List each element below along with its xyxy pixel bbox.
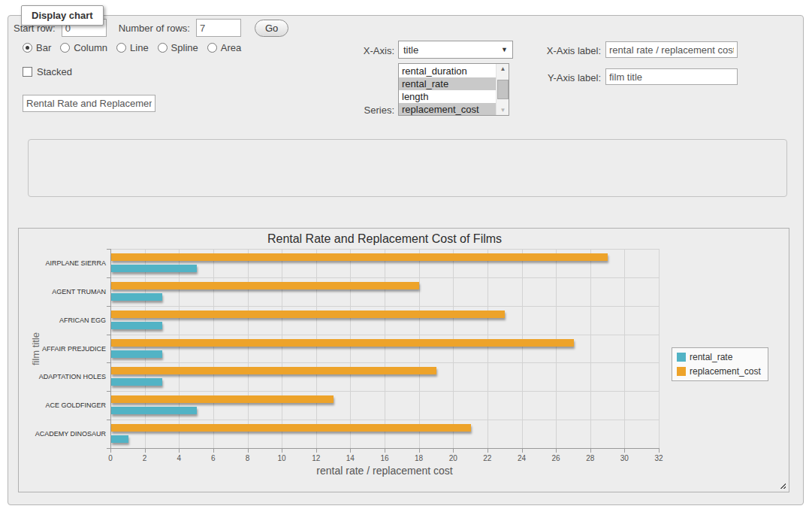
bar-replacement_cost[interactable] bbox=[111, 253, 608, 261]
x-tick-label: 14 bbox=[346, 454, 355, 462]
category-label: ACADEMY DINOSAUR bbox=[22, 430, 106, 438]
gridline-horizontal bbox=[110, 335, 659, 335]
bar-rental_rate[interactable] bbox=[111, 378, 162, 386]
gridline-vertical bbox=[590, 249, 591, 448]
x-axis-tick bbox=[179, 449, 180, 453]
x-axis-tick bbox=[624, 449, 625, 453]
chart-title-input[interactable] bbox=[23, 95, 155, 112]
radio-icon bbox=[60, 43, 70, 53]
x-axis-tick bbox=[316, 449, 317, 453]
scroll-down-icon[interactable]: ▼ bbox=[497, 105, 509, 115]
series-listbox[interactable]: rental_duration rental_rate length repla… bbox=[398, 63, 509, 116]
bar-replacement_cost[interactable] bbox=[111, 311, 505, 318]
x-axis-tick bbox=[590, 449, 591, 453]
x-axis-line bbox=[110, 448, 660, 449]
x-tick-label: 30 bbox=[620, 454, 629, 462]
panel-title: Display chart bbox=[21, 5, 104, 26]
bar-rental_rate[interactable] bbox=[111, 293, 162, 301]
go-button[interactable]: Go bbox=[255, 20, 288, 37]
series-option[interactable]: rental_rate bbox=[399, 77, 496, 90]
scroll-up-icon[interactable]: ▲ bbox=[497, 64, 509, 74]
series-list-label: Series: bbox=[323, 105, 394, 116]
gridline-vertical bbox=[624, 249, 625, 448]
x-axis-tick bbox=[385, 449, 385, 453]
gridline-vertical bbox=[556, 249, 557, 448]
category-label: AIRPLANE SIERRA bbox=[22, 259, 106, 267]
x-tick-label: 32 bbox=[654, 454, 663, 462]
radio-label: Area bbox=[221, 42, 241, 53]
bar-rental_rate[interactable] bbox=[111, 407, 197, 414]
x-tick-label: 2 bbox=[143, 454, 147, 462]
legend-item-rental_rate[interactable]: rental_rate bbox=[677, 352, 761, 362]
num-rows-label: Number of rows: bbox=[119, 23, 190, 34]
gridline-vertical bbox=[419, 249, 420, 448]
bar-replacement_cost[interactable] bbox=[111, 367, 436, 374]
x-tick-label: 20 bbox=[449, 454, 457, 462]
x-tick-label: 4 bbox=[177, 454, 181, 462]
series-option[interactable]: rental_duration bbox=[399, 65, 496, 77]
gridline-horizontal bbox=[110, 420, 659, 420]
bar-replacement_cost[interactable] bbox=[111, 282, 419, 289]
gridline-vertical bbox=[248, 249, 249, 448]
x-axis-select-label: X-Axis: bbox=[323, 45, 394, 56]
chart-title: Rental Rate and Replacement Cost of Film… bbox=[110, 232, 659, 246]
x-axis-tick bbox=[419, 449, 420, 453]
gridline-horizontal bbox=[110, 277, 659, 278]
bar-rental_rate[interactable] bbox=[111, 435, 128, 443]
bar-replacement_cost[interactable] bbox=[111, 395, 334, 403]
x-tick-label: 24 bbox=[518, 454, 526, 462]
bar-rental_rate[interactable] bbox=[111, 322, 162, 329]
x-axis-select[interactable]: title ▼ bbox=[398, 41, 513, 59]
stacked-checkbox-row[interactable]: Stacked bbox=[23, 66, 72, 77]
legend-swatch-icon bbox=[677, 353, 686, 362]
x-tick-label: 6 bbox=[211, 454, 216, 462]
x-axis-title: rental rate / replacement cost bbox=[110, 465, 659, 477]
x-axis-tick bbox=[488, 449, 488, 453]
bar-rental_rate[interactable] bbox=[111, 265, 197, 272]
bar-replacement_cost[interactable] bbox=[111, 424, 471, 432]
x-tick-label: 12 bbox=[312, 454, 320, 462]
y-axis-title: film title bbox=[30, 300, 42, 398]
x-tick-label: 0 bbox=[108, 454, 113, 462]
gridline-vertical bbox=[316, 249, 317, 448]
x-tick-label: 8 bbox=[246, 454, 250, 462]
num-rows-input[interactable] bbox=[196, 19, 241, 37]
chart-legend: rental_ratereplacement_cost bbox=[672, 347, 768, 381]
radio-icon bbox=[207, 43, 217, 53]
gridline-horizontal bbox=[110, 362, 659, 363]
legend-item-replacement_cost[interactable]: replacement_cost bbox=[677, 366, 761, 377]
legend-label: rental_rate bbox=[690, 352, 732, 362]
listbox-scrollbar[interactable]: ▲ ▼ bbox=[496, 64, 509, 115]
series-option[interactable]: replacement_cost bbox=[399, 103, 496, 116]
radio-label: Line bbox=[130, 42, 149, 53]
page: Display chart Bar Column Line Spline Are… bbox=[0, 0, 812, 512]
category-label: AGENT TRUMAN bbox=[22, 288, 106, 295]
x-tick-label: 10 bbox=[278, 454, 286, 462]
bar-replacement_cost[interactable] bbox=[111, 339, 574, 347]
radio-icon bbox=[23, 43, 32, 53]
x-axis-tick bbox=[350, 449, 351, 453]
chart-type-option-area[interactable]: Area bbox=[207, 42, 241, 53]
radio-label: Spline bbox=[171, 42, 198, 53]
x-axis-label-input[interactable] bbox=[605, 41, 738, 58]
y-axis-line bbox=[110, 249, 111, 448]
y-axis-label-input[interactable] bbox=[605, 68, 738, 85]
series-option[interactable]: length bbox=[399, 90, 496, 103]
scrollbar-thumb[interactable] bbox=[497, 80, 509, 99]
checkbox-icon bbox=[23, 67, 32, 77]
bar-rental_rate[interactable] bbox=[111, 350, 162, 358]
radio-label: Column bbox=[74, 42, 107, 53]
chart-type-option-column[interactable]: Column bbox=[60, 42, 107, 53]
chart-type-option-bar[interactable]: Bar bbox=[23, 42, 51, 53]
x-axis-tick bbox=[556, 449, 557, 453]
gridline-vertical bbox=[659, 249, 660, 448]
x-axis-tick bbox=[213, 449, 214, 453]
x-tick-label: 28 bbox=[586, 454, 594, 462]
legend-label: replacement_cost bbox=[690, 366, 761, 377]
resize-handle-icon[interactable] bbox=[778, 481, 786, 489]
gridline-horizontal bbox=[110, 249, 659, 250]
x-axis-label-caption: X-Axis label: bbox=[526, 45, 601, 56]
chart-type-option-spline[interactable]: Spline bbox=[158, 42, 198, 53]
radio-icon bbox=[116, 43, 126, 53]
chart-type-option-line[interactable]: Line bbox=[116, 42, 149, 53]
